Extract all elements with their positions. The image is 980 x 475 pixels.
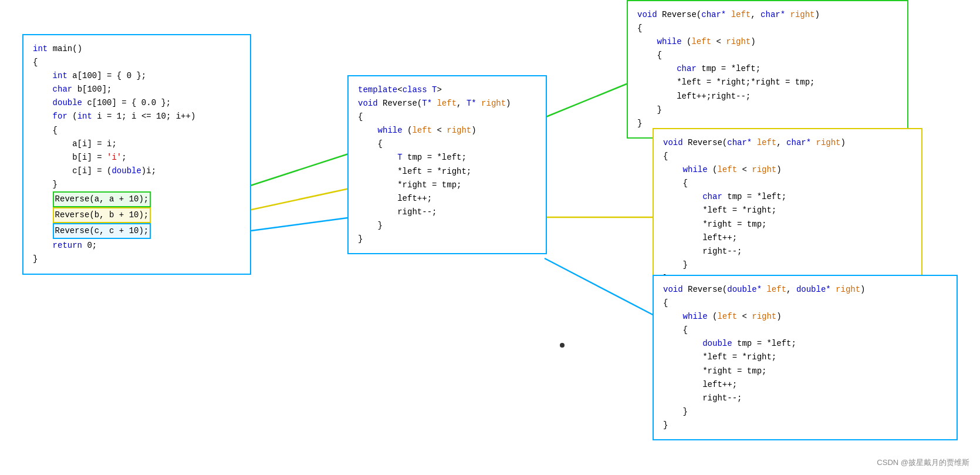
double-reverse-box: void Reverse(double* left, double* right… bbox=[653, 275, 958, 440]
svg-point-6 bbox=[560, 343, 565, 348]
svg-line-1 bbox=[545, 82, 631, 117]
char-reverse-yellow-box: void Reverse(char* left, char* right) { … bbox=[653, 128, 922, 294]
double-code: void Reverse(double* left, double* right… bbox=[663, 283, 947, 432]
char-top-code: void Reverse(char* left, char* right) { … bbox=[637, 8, 898, 130]
watermark: CSDN @披星戴月的贾维斯 bbox=[877, 457, 969, 468]
svg-line-5 bbox=[545, 258, 657, 317]
char-yellow-code: void Reverse(char* left, char* right) { … bbox=[663, 136, 912, 285]
template-code: template<class T> void Reverse(T* left, … bbox=[358, 83, 536, 246]
main-function-box: int main() { int a[100] = { 0 }; char b[… bbox=[22, 34, 251, 275]
main-code: int main() { int a[100] = { 0 }; char b[… bbox=[33, 42, 241, 267]
char-reverse-top-box: void Reverse(char* left, char* right) { … bbox=[627, 0, 908, 139]
template-reverse-box: template<class T> void Reverse(T* left, … bbox=[347, 75, 547, 254]
